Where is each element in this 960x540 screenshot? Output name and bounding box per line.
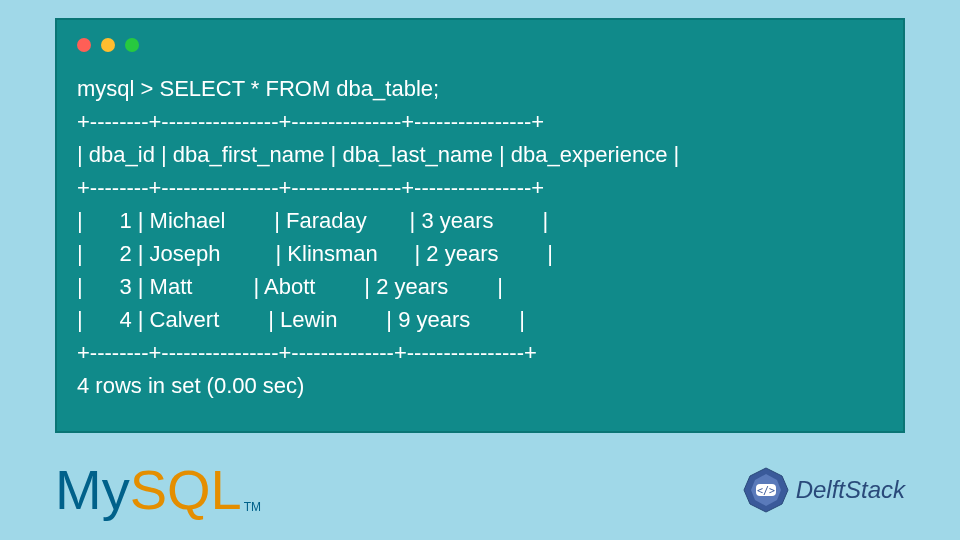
delftstack-logo: </> DelftStack — [742, 466, 905, 514]
maximize-icon[interactable] — [125, 38, 139, 52]
close-icon[interactable] — [77, 38, 91, 52]
result-footer: 4 rows in set (0.00 sec) — [77, 373, 304, 398]
delftstack-icon: </> — [742, 466, 790, 514]
mysql-logo-sql: SQL — [130, 457, 242, 522]
logo-bar: MySQLTM </> DelftStack — [55, 457, 905, 522]
mysql-logo: MySQLTM — [55, 457, 261, 522]
table-row: | 1 | Michael | Faraday | 3 years | — [77, 208, 548, 233]
table-header: | dba_id | dba_first_name | dba_last_nam… — [77, 142, 679, 167]
table-border-bottom: +--------+----------------+-------------… — [77, 340, 537, 365]
table-border-top: +--------+----------------+-------------… — [77, 109, 544, 134]
table-row: | 2 | Joseph | Klinsman | 2 years | — [77, 241, 553, 266]
mysql-logo-tm: TM — [244, 500, 261, 514]
table-row: | 4 | Calvert | Lewin | 9 years | — [77, 307, 525, 332]
table-border-mid: +--------+----------------+-------------… — [77, 175, 544, 200]
terminal-window: mysql > SELECT * FROM dba_table; +------… — [55, 18, 905, 433]
window-controls — [77, 38, 883, 52]
mysql-logo-my: My — [55, 457, 130, 522]
table-row: | 3 | Matt | Abott | 2 years | — [77, 274, 503, 299]
minimize-icon[interactable] — [101, 38, 115, 52]
terminal-output: mysql > SELECT * FROM dba_table; +------… — [77, 72, 883, 402]
sql-command: mysql > SELECT * FROM dba_table; — [77, 76, 439, 101]
svg-text:</>: </> — [757, 485, 775, 496]
delftstack-label: DelftStack — [796, 476, 905, 504]
